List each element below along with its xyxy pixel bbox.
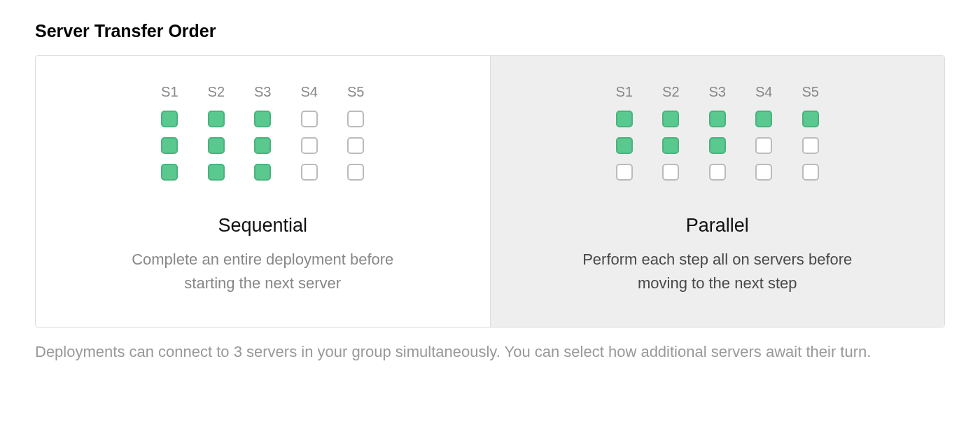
step-indicator	[161, 111, 178, 127]
server-label: S4	[755, 84, 772, 100]
server-label: S2	[662, 84, 679, 100]
transfer-order-options: S1 S2 S3 S4	[35, 55, 945, 328]
step-indicator	[254, 137, 271, 154]
footer-note: Deployments can connect to 3 servers in …	[35, 340, 945, 364]
step-indicator	[347, 137, 364, 154]
step-indicator	[254, 164, 271, 181]
step-indicator	[347, 111, 364, 127]
option-sequential-title: Sequential	[57, 215, 469, 237]
step-indicator	[709, 111, 726, 127]
server-label: S5	[802, 84, 818, 100]
step-indicator	[301, 137, 318, 154]
server-label: S4	[300, 84, 317, 100]
step-indicator	[616, 164, 633, 181]
server-label: S2	[208, 84, 225, 100]
server-label: S3	[709, 84, 726, 100]
option-sequential-desc: Complete an entire deployment before sta…	[112, 248, 413, 295]
parallel-grid: S1 S2 S3 S4	[616, 84, 819, 190]
step-indicator	[301, 164, 318, 181]
server-label: S5	[347, 84, 364, 100]
server-label: S1	[616, 84, 633, 100]
option-sequential[interactable]: S1 S2 S3 S4	[36, 56, 491, 327]
step-indicator	[709, 164, 726, 181]
step-indicator	[755, 111, 772, 127]
step-indicator	[347, 164, 364, 181]
server-label: S1	[161, 84, 178, 100]
step-indicator	[802, 111, 819, 127]
step-indicator	[254, 111, 271, 127]
option-parallel[interactable]: S1 S2 S3 S4	[491, 56, 945, 327]
step-indicator	[161, 137, 178, 154]
step-indicator	[208, 164, 225, 181]
server-label: S3	[254, 84, 271, 100]
step-indicator	[709, 137, 726, 154]
step-indicator	[208, 111, 225, 127]
sequential-grid: S1 S2 S3 S4	[161, 84, 364, 190]
step-indicator	[208, 137, 225, 154]
option-parallel-desc: Perform each step all on servers before …	[567, 248, 868, 295]
step-indicator	[755, 137, 772, 154]
step-indicator	[802, 137, 819, 154]
step-indicator	[616, 137, 633, 154]
option-parallel-title: Parallel	[512, 215, 924, 237]
step-indicator	[802, 164, 819, 181]
step-indicator	[662, 137, 679, 154]
step-indicator	[161, 164, 178, 181]
step-indicator	[662, 111, 679, 127]
step-indicator	[662, 164, 679, 181]
step-indicator	[616, 111, 633, 127]
step-indicator	[301, 111, 318, 127]
step-indicator	[755, 164, 772, 181]
section-title: Server Transfer Order	[35, 21, 945, 41]
